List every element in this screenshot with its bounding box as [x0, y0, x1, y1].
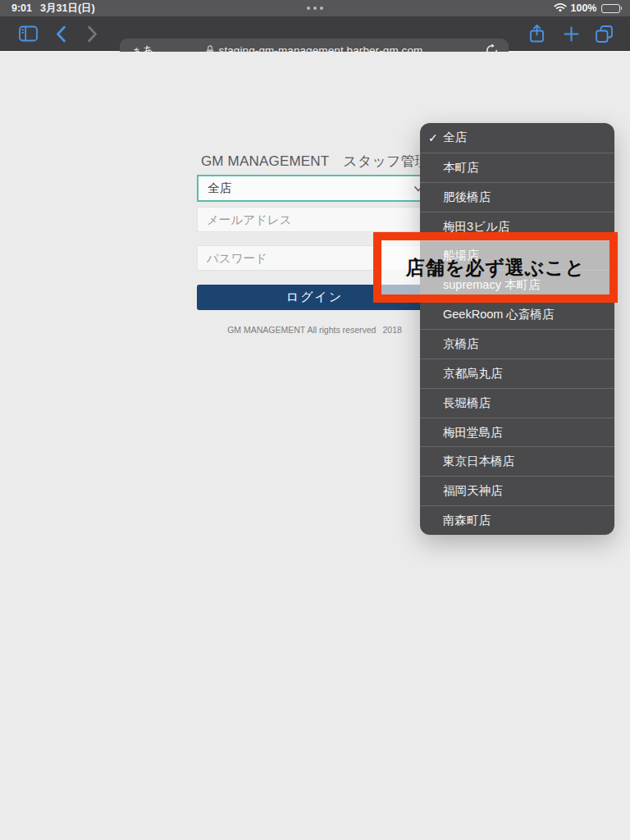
tabs-icon[interactable] — [592, 16, 615, 51]
back-icon[interactable] — [51, 16, 71, 51]
copyright-footer: GM MANAGEMENT All rights reserved2018 — [197, 325, 432, 335]
wifi-icon — [554, 3, 567, 13]
safari-toolbar: ぁあ staging-gm-management.barber-gm.com — [0, 16, 630, 51]
dropdown-option[interactable]: ✓ 京橋店 — [420, 329, 614, 358]
dropdown-option[interactable]: ✓ 全店 — [420, 123, 614, 153]
dropdown-option[interactable]: ✓ 南森町店 — [420, 505, 614, 535]
dropdown-option-label: 京橋店 — [443, 336, 479, 352]
annotation-text: 店舗を必ず選ぶこと — [406, 255, 586, 281]
dropdown-option[interactable]: ✓ 福岡天神店 — [420, 476, 614, 505]
dropdown-option[interactable]: ✓ 梅田堂島店 — [420, 418, 614, 447]
dropdown-option[interactable]: ✓ 京都烏丸店 — [420, 358, 614, 388]
dropdown-option-label: 長堀橋店 — [443, 395, 491, 411]
dropdown-option-label: 全店 — [443, 130, 467, 145]
store-select[interactable]: 全店 — [197, 175, 432, 202]
sidebar-icon[interactable] — [16, 16, 39, 51]
dropdown-option-label: 本町店 — [443, 160, 479, 176]
new-tab-icon[interactable] — [560, 16, 582, 51]
annotation-highlight-box: 店舗を必ず選ぶこと — [373, 232, 618, 303]
dropdown-option-label: 梅田堂島店 — [443, 425, 503, 441]
forward-icon[interactable] — [82, 16, 102, 51]
footer-text: GM MANAGEMENT All rights reserved — [224, 325, 379, 335]
share-icon[interactable] — [526, 16, 547, 51]
checkmark-icon: ✓ — [428, 131, 438, 144]
login-button-label: ログイン — [286, 290, 343, 305]
ipad-screen: 9:01 3月31日(日) 100% — [0, 0, 630, 840]
dropdown-option[interactable]: ✓ 東京日本橋店 — [420, 446, 614, 476]
dropdown-option[interactable]: ✓ 長堀橋店 — [420, 388, 614, 418]
dropdown-option-label: GeekRoom 心斎橋店 — [443, 307, 554, 322]
dropdown-option[interactable]: ✓ 本町店 — [420, 153, 614, 182]
dropdown-option-label: 肥後橋店 — [443, 189, 491, 205]
status-bar: 9:01 3月31日(日) 100% — [0, 0, 630, 16]
dropdown-option-label: 東京日本橋店 — [443, 454, 514, 469]
dropdown-option-label: 京都烏丸店 — [443, 366, 503, 381]
footer-year: 2018 — [379, 325, 404, 335]
dropdown-option[interactable]: ✓ GeekRoom 心斎橋店 — [420, 299, 614, 329]
battery-icon — [601, 4, 623, 13]
multitask-dots-icon[interactable] — [0, 0, 630, 16]
battery-percent: 100% — [571, 2, 597, 14]
dropdown-option[interactable]: ✓ 肥後橋店 — [420, 182, 614, 212]
store-dropdown: ✓ 全店 ✓ 本町店 ✓ 肥後橋店 ✓ 梅田3ビル店 ✓ 船場店 — [420, 123, 614, 535]
dropdown-option-label: 南森町店 — [443, 513, 491, 528]
store-select-value: 全店 — [208, 180, 231, 196]
dropdown-option-label: 福岡天神店 — [443, 483, 503, 499]
email-field[interactable] — [197, 207, 432, 232]
